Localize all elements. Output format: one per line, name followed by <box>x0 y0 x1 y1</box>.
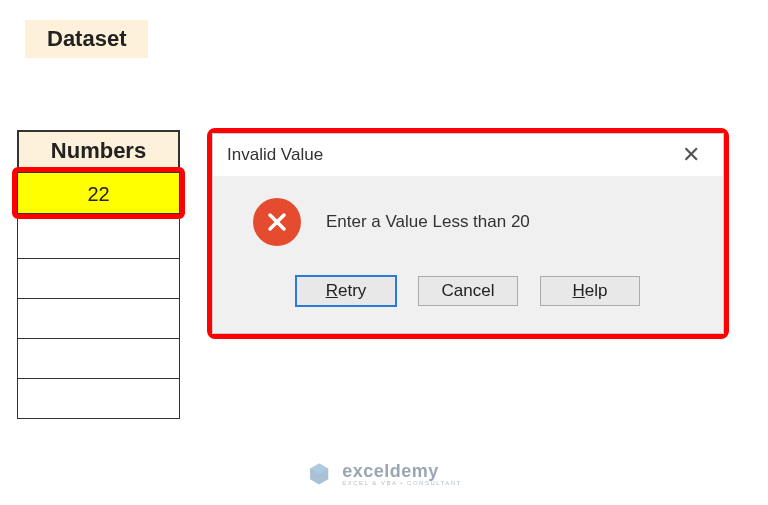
dataset-title: Dataset <box>25 20 148 58</box>
watermark-text: exceldemy EXCEL & VBA • CONSULTANT <box>342 462 462 486</box>
table-cell-active[interactable]: 22 <box>17 172 180 214</box>
numbers-table: Numbers 22 <box>17 130 180 419</box>
watermark-logo-icon <box>306 461 332 487</box>
dialog-body: Enter a Value Less than 20 Retry Cancel … <box>213 176 723 333</box>
dialog-titlebar: Invalid Value ✕ <box>213 134 723 176</box>
highlighted-cell-border: 22 <box>12 167 185 219</box>
error-dialog: Invalid Value ✕ Enter a Value Less than … <box>212 133 724 334</box>
dialog-content: Enter a Value Less than 20 <box>243 198 693 246</box>
watermark: exceldemy EXCEL & VBA • CONSULTANT <box>306 461 462 487</box>
table-cell[interactable] <box>17 259 180 299</box>
dialog-title: Invalid Value <box>227 145 323 165</box>
retry-button[interactable]: Retry <box>296 276 396 306</box>
help-rest: elp <box>585 281 608 300</box>
cancel-button[interactable]: Cancel <box>418 276 518 306</box>
error-icon <box>253 198 301 246</box>
table-cell[interactable] <box>17 219 180 259</box>
watermark-sub: EXCEL & VBA • CONSULTANT <box>342 480 462 486</box>
table-cell[interactable] <box>17 339 180 379</box>
dialog-highlight-border: Invalid Value ✕ Enter a Value Less than … <box>207 128 729 339</box>
help-button[interactable]: Help <box>540 276 640 306</box>
close-icon[interactable]: ✕ <box>673 142 709 168</box>
watermark-name: exceldemy <box>342 462 462 480</box>
retry-rest: etry <box>338 281 366 300</box>
table-header-numbers: Numbers <box>17 130 180 170</box>
table-cell[interactable] <box>17 299 180 339</box>
dialog-button-row: Retry Cancel Help <box>243 276 693 311</box>
table-cell[interactable] <box>17 379 180 419</box>
dialog-message: Enter a Value Less than 20 <box>326 212 530 232</box>
